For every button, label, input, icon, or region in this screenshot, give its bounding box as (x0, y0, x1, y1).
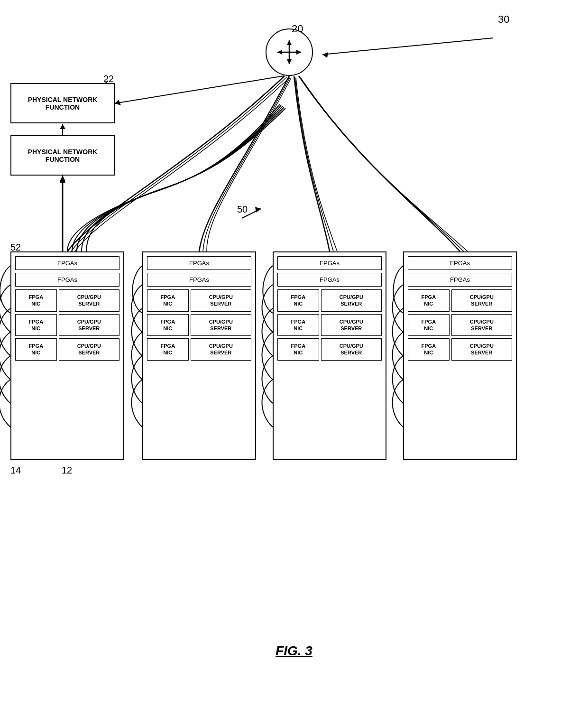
rack1-fpgas-top: FPGAs (15, 256, 119, 270)
svg-line-8 (322, 38, 493, 55)
rack2-fpga-nic-2: FPGANIC (147, 314, 189, 336)
rack3-fpgas-top: FPGAs (277, 256, 382, 270)
rack3-fpgas-mid: FPGAs (277, 273, 382, 287)
rack2-cpu-gpu-2: CPU/GPUSERVER (191, 314, 251, 336)
rack1-server-row-1: FPGANIC CPU/GPUSERVER (15, 289, 119, 312)
rack3-fpga-nic-1: FPGANIC (277, 289, 319, 312)
rack3-cpu-gpu-2: CPU/GPUSERVER (321, 314, 382, 336)
label-50: 50 (237, 204, 248, 215)
rack1-fpgas-mid: FPGAs (15, 273, 119, 287)
router-icon (266, 28, 313, 76)
rack4-cpu-gpu-2: CPU/GPUSERVER (451, 314, 512, 336)
rack3-fpga-nic-2: FPGANIC (277, 314, 319, 336)
rack4-cpu-gpu-3: CPU/GPUSERVER (451, 338, 512, 361)
svg-marker-18 (277, 50, 282, 55)
rack2-fpgas-mid: FPGAs (147, 273, 251, 287)
svg-marker-9 (322, 52, 328, 58)
rack-2: FPGAs FPGAs FPGANIC CPU/GPUSERVER FPGANI… (142, 251, 256, 460)
rack-1: FPGAs FPGAs FPGANIC CPU/GPUSERVER FPGANI… (10, 251, 124, 460)
label-30: 30 (498, 13, 509, 26)
rack4-server-row-1: FPGANIC CPU/GPUSERVER (408, 289, 512, 312)
rack2-server-row-3: FPGANIC CPU/GPUSERVER (147, 338, 251, 361)
rack2-fpga-nic-1: FPGANIC (147, 289, 189, 312)
svg-line-0 (115, 76, 284, 103)
rack-3: FPGAs FPGAs FPGANIC CPU/GPUSERVER FPGANI… (273, 251, 386, 460)
svg-marker-1 (115, 100, 121, 105)
rack1-cpu-gpu-3: CPU/GPUSERVER (59, 338, 119, 361)
rack4-fpgas-top: FPGAs (408, 256, 512, 270)
rack3-cpu-gpu-1: CPU/GPUSERVER (321, 289, 382, 312)
rack2-cpu-gpu-1: CPU/GPUSERVER (191, 289, 251, 312)
rack1-fpga-nic-2: FPGANIC (15, 314, 57, 336)
label-20: 20 (292, 23, 303, 35)
rack1-server-row-3: FPGANIC CPU/GPUSERVER (15, 338, 119, 361)
rack2-fpgas-top: FPGAs (147, 256, 251, 270)
pnf1-label: PHYSICAL NETWORK FUNCTION (15, 96, 110, 111)
fig-caption: FIG. 3 (276, 643, 312, 659)
rack4-server-row-2: FPGANIC CPU/GPUSERVER (408, 314, 512, 336)
svg-marker-5 (60, 176, 65, 181)
svg-marker-19 (296, 50, 301, 55)
rack1-fpga-nic-3: FPGANIC (15, 338, 57, 361)
rack3-server-row-2: FPGANIC CPU/GPUSERVER (277, 314, 382, 336)
svg-marker-16 (287, 40, 292, 45)
rack-4: FPGAs FPGAs FPGANIC CPU/GPUSERVER FPGANI… (403, 251, 517, 460)
rack1-fpga-nic-1: FPGANIC (15, 289, 57, 312)
rack3-server-row-1: FPGANIC CPU/GPUSERVER (277, 289, 382, 312)
rack2-server-row-2: FPGANIC CPU/GPUSERVER (147, 314, 251, 336)
rack4-cpu-gpu-1: CPU/GPUSERVER (451, 289, 512, 312)
label-12: 12 (62, 465, 72, 476)
rack4-fpga-nic-2: FPGANIC (408, 314, 450, 336)
rack2-cpu-gpu-3: CPU/GPUSERVER (191, 338, 251, 361)
rack3-server-row-3: FPGANIC CPU/GPUSERVER (277, 338, 382, 361)
svg-marker-7 (60, 176, 65, 183)
rack2-fpga-nic-3: FPGANIC (147, 338, 189, 361)
svg-marker-17 (287, 59, 292, 64)
rack3-fpga-nic-3: FPGANIC (277, 338, 319, 361)
rack4-server-row-3: FPGANIC CPU/GPUSERVER (408, 338, 512, 361)
svg-marker-11 (255, 207, 261, 213)
pnf-box-2: PHYSICAL NETWORK FUNCTION (10, 135, 115, 176)
rack3-cpu-gpu-3: CPU/GPUSERVER (321, 338, 382, 361)
rack1-cpu-gpu-2: CPU/GPUSERVER (59, 314, 119, 336)
diagram: 20 30 22 PHYSICAL NETWORK FUNCTION PHYSI… (0, 0, 588, 706)
rack4-fpga-nic-1: FPGANIC (408, 289, 450, 312)
label-14: 14 (10, 465, 21, 476)
rack4-fpgas-mid: FPGAs (408, 273, 512, 287)
rack4-fpga-nic-3: FPGANIC (408, 338, 450, 361)
rack1-cpu-gpu-1: CPU/GPUSERVER (59, 289, 119, 312)
rack2-server-row-1: FPGANIC CPU/GPUSERVER (147, 289, 251, 312)
rack1-server-row-2: FPGANIC CPU/GPUSERVER (15, 314, 119, 336)
pnf-box-1: PHYSICAL NETWORK FUNCTION (10, 83, 115, 123)
pnf2-label: PHYSICAL NETWORK FUNCTION (15, 148, 110, 163)
svg-marker-3 (60, 124, 65, 129)
